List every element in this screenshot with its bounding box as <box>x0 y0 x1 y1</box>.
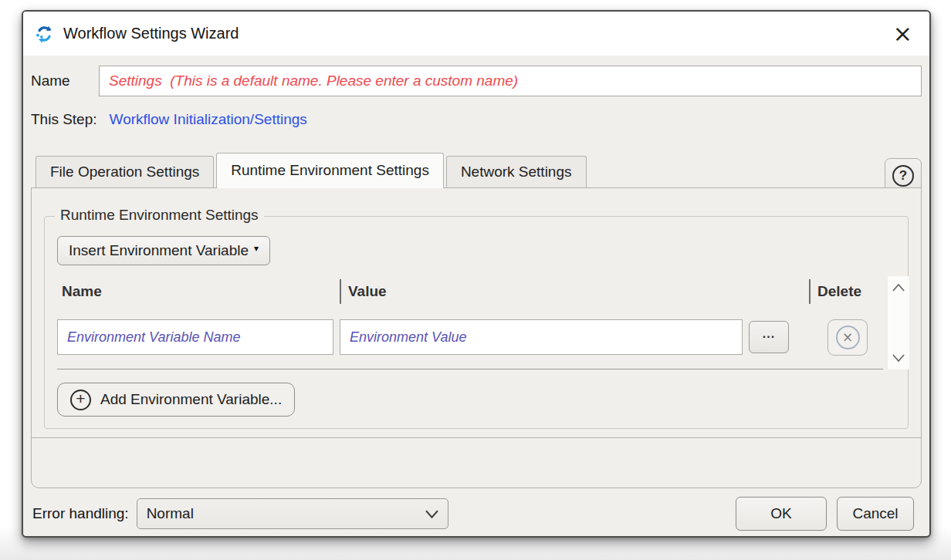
insert-environment-variable-button[interactable]: Insert Environment Variable ▾ <box>57 236 270 265</box>
environment-variable-row: ... × <box>57 307 886 369</box>
column-header-value: Value <box>340 276 809 307</box>
tab-network-settings[interactable]: Network Settings <box>446 156 587 187</box>
chevron-down-icon <box>425 510 438 518</box>
sync-arrows-icon <box>34 24 54 44</box>
circled-plus-icon: + <box>70 390 91 410</box>
environment-value-input[interactable] <box>340 319 743 355</box>
environment-variable-name-input[interactable] <box>57 319 333 355</box>
column-divider <box>340 279 341 304</box>
step-link[interactable]: Workflow Initialization/Settings <box>110 111 307 128</box>
ok-button[interactable]: OK <box>736 497 827 531</box>
error-handling-label: Error handling: <box>32 505 129 522</box>
name-row: Name <box>31 66 922 96</box>
tab-bar: File Operation Settings Runtime Environm… <box>31 153 922 187</box>
column-divider <box>809 279 811 304</box>
table-header-row: Name Value Delete <box>57 276 886 307</box>
add-button-label: Add Environment Variable... <box>100 391 282 408</box>
name-label: Name <box>31 73 99 89</box>
circled-x-icon: × <box>836 326 860 349</box>
window-title: Workflow Settings Wizard <box>63 25 239 42</box>
value-cell: ... <box>340 319 809 355</box>
add-environment-variable-button[interactable]: + Add Environment Variable... <box>57 383 295 417</box>
caret-down-icon: ▾ <box>254 243 259 254</box>
name-input[interactable] <box>99 66 922 96</box>
name-column-label: Name <box>62 283 102 300</box>
cancel-button[interactable]: Cancel <box>837 497 914 531</box>
error-handling-select[interactable]: Normal <box>137 498 448 529</box>
footer-bar: Error handling: Normal OK Cancel <box>31 494 922 534</box>
delete-row-button[interactable]: × <box>827 319 868 356</box>
table-scrollbar[interactable] <box>888 276 909 369</box>
runtime-environment-settings-group: Runtime Environment Settings Insert Envi… <box>44 216 909 429</box>
column-header-delete: Delete <box>809 276 886 307</box>
value-column-label: Value <box>348 283 387 300</box>
column-header-name: Name <box>57 276 340 307</box>
step-label: This Step: <box>31 111 97 128</box>
tab-runtime-environment-settings[interactable]: Runtime Environment Settings <box>216 153 444 188</box>
error-handling-value: Normal <box>147 505 194 522</box>
title-bar: Workflow Settings Wizard × <box>23 12 929 56</box>
workflow-settings-wizard-dialog: Workflow Settings Wizard × Name This Ste… <box>22 10 931 538</box>
dialog-body: Name This Step: Workflow Initialization/… <box>23 66 929 534</box>
environment-variables-table: Name Value Delete <box>57 276 909 369</box>
name-cell <box>57 319 340 355</box>
group-title: Runtime Environment Settings <box>55 207 264 224</box>
delete-column-label: Delete <box>817 283 861 300</box>
delete-cell: × <box>809 319 886 356</box>
insert-button-label: Insert Environment Variable <box>69 242 249 259</box>
runtime-environment-tab-panel: Runtime Environment Settings Insert Envi… <box>31 187 922 438</box>
close-button[interactable]: × <box>887 22 919 46</box>
chevron-down-icon[interactable] <box>892 354 905 362</box>
step-row: This Step: Workflow Initialization/Setti… <box>31 108 922 131</box>
tab-file-operation-settings[interactable]: File Operation Settings <box>36 156 214 187</box>
chevron-up-icon[interactable] <box>892 284 905 292</box>
empty-bottom-panel <box>31 437 922 488</box>
ellipsis-icon: ... <box>763 327 775 340</box>
browse-button[interactable]: ... <box>749 321 789 353</box>
row-separator <box>57 369 883 369</box>
